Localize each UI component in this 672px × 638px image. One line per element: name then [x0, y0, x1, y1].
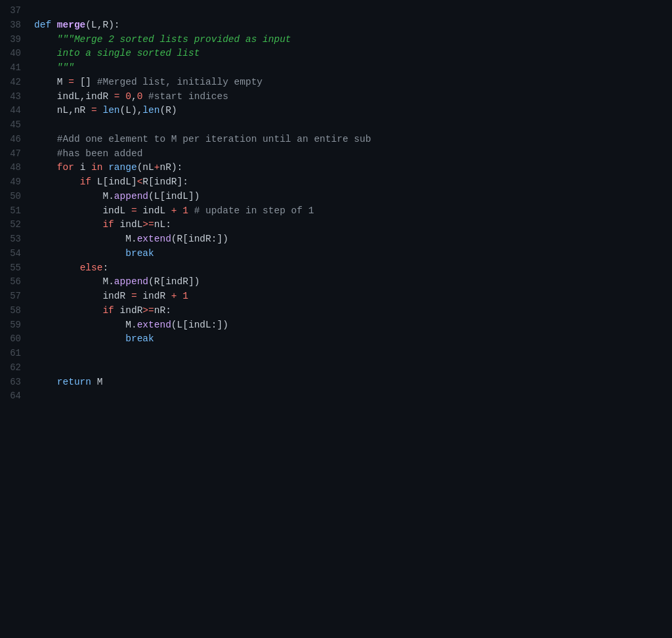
code-line-44: nL,nR = len(L),len(R): [34, 104, 672, 118]
line-num-39: 39: [0, 33, 29, 47]
line-num-61: 61: [0, 347, 29, 361]
code-line-55: else:: [34, 261, 672, 276]
line-num-53: 53: [0, 232, 29, 247]
code-line-54: break: [34, 247, 672, 261]
code-line-46: #Add one element to M per iteration unti…: [34, 133, 672, 147]
code-line-39: """Merge 2 sorted lists provided as inpu…: [34, 33, 672, 47]
code-line-53: M.extend(R[indR:]): [34, 232, 672, 247]
line-num-47: 47: [0, 147, 29, 161]
code-line-42: M = [] #Merged list, initially empty: [34, 75, 672, 90]
line-num-57: 57: [0, 289, 29, 304]
code-line-50: M.append(L[indL]): [34, 190, 672, 204]
line-num-40: 40: [0, 47, 29, 61]
line-num-52: 52: [0, 218, 29, 232]
line-num-41: 41: [0, 61, 29, 75]
code-line-48: for i in range(nL+nR):: [34, 161, 672, 175]
code-line-56: M.append(R[indR]): [34, 275, 672, 289]
code-editor: 37 38 39 40 41 42 43 44 45 46 47 48 49 5…: [0, 0, 672, 638]
line-num-48: 48: [0, 161, 29, 175]
line-num-38: 38: [0, 18, 29, 33]
code-line-43: indL,indR = 0,0 #start indices: [34, 90, 672, 104]
line-num-60: 60: [0, 332, 29, 347]
line-num-59: 59: [0, 318, 29, 333]
code-line-37: [34, 4, 672, 18]
line-num-42: 42: [0, 75, 29, 90]
line-num-46: 46: [0, 133, 29, 147]
line-num-56: 56: [0, 275, 29, 289]
code-line-40: into a single sorted list: [34, 47, 672, 61]
code-line-58: if indR>=nR:: [34, 304, 672, 318]
line-num-55: 55: [0, 261, 29, 276]
line-num-43: 43: [0, 90, 29, 104]
code-line-49: if L[indL]<R[indR]:: [34, 175, 672, 190]
code-line-57: indR = indR + 1: [34, 289, 672, 304]
line-num-63: 63: [0, 375, 29, 390]
line-num-58: 58: [0, 304, 29, 318]
code-line-51: indL = indL + 1 # update in step of 1: [34, 204, 672, 219]
code-line-64: [34, 389, 672, 404]
line-num-45: 45: [0, 118, 29, 133]
code-line-61: [34, 347, 672, 361]
line-number-gutter: 37 38 39 40 41 42 43 44 45 46 47 48 49 5…: [0, 3, 34, 638]
line-num-37: 37: [0, 4, 29, 18]
line-num-62: 62: [0, 361, 29, 375]
code-content: def merge(L,R): """Merge 2 sorted lists …: [34, 3, 672, 638]
line-num-49: 49: [0, 175, 29, 190]
line-num-64: 64: [0, 389, 29, 404]
line-num-51: 51: [0, 204, 29, 219]
code-line-41: """: [34, 61, 672, 75]
code-line-52: if indL>=nL:: [34, 218, 672, 232]
code-line-59: M.extend(L[indL:]): [34, 318, 672, 333]
line-num-54: 54: [0, 247, 29, 261]
code-line-62: [34, 361, 672, 375]
line-num-50: 50: [0, 190, 29, 204]
code-line-45: [34, 118, 672, 133]
code-line-60: break: [34, 332, 672, 347]
code-line-47: #has been added: [34, 147, 672, 161]
code-line-38: def merge(L,R):: [34, 18, 672, 33]
code-line-63: return M: [34, 375, 672, 390]
line-num-44: 44: [0, 104, 29, 118]
